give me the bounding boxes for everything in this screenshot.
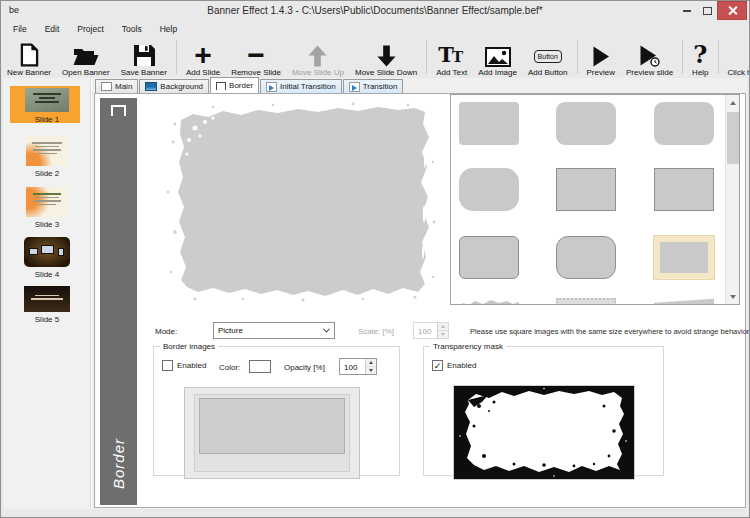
preview-slide-button[interactable]: Preview slide: [624, 37, 675, 77]
close-button[interactable]: [717, 1, 747, 20]
mode-select[interactable]: Picture: [213, 322, 335, 339]
background-tab-icon: [145, 82, 157, 91]
slide-item-4[interactable]: Slide 4: [3, 237, 91, 279]
save-banner-button[interactable]: Save Banner: [119, 37, 169, 77]
slide-4-label: Slide 4: [3, 270, 91, 279]
new-document-icon: [20, 41, 39, 67]
slide-5-label: Slide 5: [3, 315, 91, 324]
scrollbar-thumb[interactable]: [727, 112, 739, 164]
toolbar-separator: [682, 40, 683, 74]
spin-up-button[interactable]: [366, 359, 376, 366]
menu-project[interactable]: Project: [69, 22, 111, 36]
transparency-mask-enabled-row[interactable]: ✓ Enabled: [432, 360, 476, 371]
toolbar-separator: [718, 40, 719, 74]
maximize-button[interactable]: [697, 1, 717, 20]
opacity-spinner[interactable]: 100: [339, 358, 377, 375]
toolbar-separator: [176, 40, 177, 74]
border-style-thumb[interactable]: [459, 298, 519, 305]
tab-transition[interactable]: Transition: [343, 79, 404, 93]
frame-icon: [111, 105, 126, 116]
buy-full-version-button[interactable]: Click here to buy the full version!: [726, 37, 750, 77]
border-images-enabled-checkbox[interactable]: [162, 360, 173, 371]
border-preview-image: [153, 102, 438, 302]
border-strip-label: Border: [110, 438, 127, 489]
border-styles-panel: [450, 94, 740, 305]
tab-initial-transition[interactable]: Initial Transition: [260, 79, 342, 93]
square-images-note: Please use square images with the same s…: [470, 327, 750, 336]
slide-4-thumbnail: [24, 237, 70, 267]
border-style-thumb[interactable]: [654, 102, 714, 145]
open-folder-icon: [73, 41, 99, 67]
border-images-enabled-row[interactable]: Enabled: [162, 360, 206, 371]
spin-up-button: [438, 323, 448, 330]
slide-3-label: Slide 3: [3, 220, 91, 229]
spin-down-button: [438, 330, 448, 338]
opacity-label: Opacity [%]: [284, 363, 325, 372]
new-banner-button[interactable]: New Banner: [5, 37, 53, 77]
slide-2-label: Slide 2: [3, 169, 91, 178]
slide-item-1[interactable]: Slide 1: [3, 88, 91, 124]
mode-value: Picture: [218, 326, 243, 335]
arrow-up-icon: [308, 41, 327, 67]
border-images-legend: Border images: [160, 342, 218, 351]
slide-list-panel: Slide 1 Slide 2 Slide 3 S: [3, 78, 91, 509]
border-style-thumb[interactable]: [556, 102, 616, 145]
menu-file[interactable]: File: [5, 22, 35, 36]
maximize-icon: [703, 7, 712, 15]
plus-icon: +: [194, 41, 212, 67]
border-style-thumb[interactable]: [654, 298, 714, 305]
add-text-button[interactable]: TT Add Text: [434, 37, 469, 77]
close-icon: [728, 6, 737, 15]
border-style-thumb[interactable]: [459, 102, 519, 145]
menu-edit[interactable]: Edit: [37, 22, 68, 36]
add-button-button[interactable]: Button Add Button: [526, 37, 570, 77]
minus-icon: −: [247, 41, 265, 67]
border-side-strip[interactable]: Border: [100, 98, 137, 505]
tab-main[interactable]: Main: [95, 79, 138, 93]
border-style-thumb[interactable]: [459, 236, 519, 279]
save-floppy-icon: [133, 41, 155, 67]
transparency-mask-group: Transparency mask ✓ Enabled: [423, 342, 664, 476]
tab-background[interactable]: Background: [139, 79, 209, 93]
add-image-button[interactable]: Add Image: [476, 37, 519, 77]
move-slide-down-button[interactable]: Move Slide Down: [353, 37, 419, 77]
slide-1-label: Slide 1: [3, 115, 91, 124]
preview-button[interactable]: Preview: [585, 37, 617, 77]
border-style-thumb[interactable]: [459, 168, 519, 211]
border-style-thumb[interactable]: [556, 236, 616, 279]
open-banner-button[interactable]: Open Banner: [60, 37, 112, 77]
help-button[interactable]: ? Help: [690, 37, 710, 77]
minimize-button[interactable]: [677, 1, 697, 20]
border-style-thumb-selected[interactable]: [654, 236, 714, 279]
slide-1-thumbnail: [25, 88, 69, 112]
slide-item-2[interactable]: Slide 2: [3, 136, 91, 178]
transparency-mask-enabled-checkbox[interactable]: ✓: [432, 360, 443, 371]
scroll-down-button[interactable]: [726, 289, 740, 304]
border-style-thumb[interactable]: [654, 168, 714, 211]
remove-slide-button[interactable]: − Remove Slide: [229, 37, 283, 77]
slide-item-5[interactable]: Slide 5: [3, 286, 91, 324]
play-icon: [592, 41, 610, 67]
border-style-thumb[interactable]: [556, 168, 616, 211]
add-slide-button[interactable]: + Add Slide: [184, 37, 222, 77]
app-window: be Banner Effect 1.4.3 - C:\Users\Public…: [0, 0, 750, 518]
scroll-up-button[interactable]: [726, 95, 740, 110]
tab-border[interactable]: Border: [210, 77, 259, 93]
spin-down-button[interactable]: [366, 366, 376, 374]
content-area: Main Background Border Initial Transitio…: [92, 78, 747, 509]
transition-tab-icon: [349, 82, 360, 92]
scale-spinner: 100: [413, 322, 449, 339]
border-image-preview: [184, 387, 360, 479]
menu-help[interactable]: Help: [152, 22, 185, 36]
scroll-down-icon: [730, 295, 736, 299]
border-style-thumb[interactable]: [556, 298, 616, 305]
slide-5-thumbnail: [24, 286, 70, 312]
slide-item-3[interactable]: Slide 3: [3, 187, 91, 229]
main-tab-icon: [101, 82, 112, 91]
toolbar: New Banner Open Banner Save Banner + Add…: [3, 36, 750, 78]
menu-tools[interactable]: Tools: [114, 22, 150, 36]
transparency-mask-legend: Transparency mask: [430, 342, 506, 351]
color-swatch[interactable]: [249, 360, 271, 373]
menu-bar: File Edit Project Tools Help: [5, 21, 185, 36]
scrollbar[interactable]: [725, 95, 739, 304]
